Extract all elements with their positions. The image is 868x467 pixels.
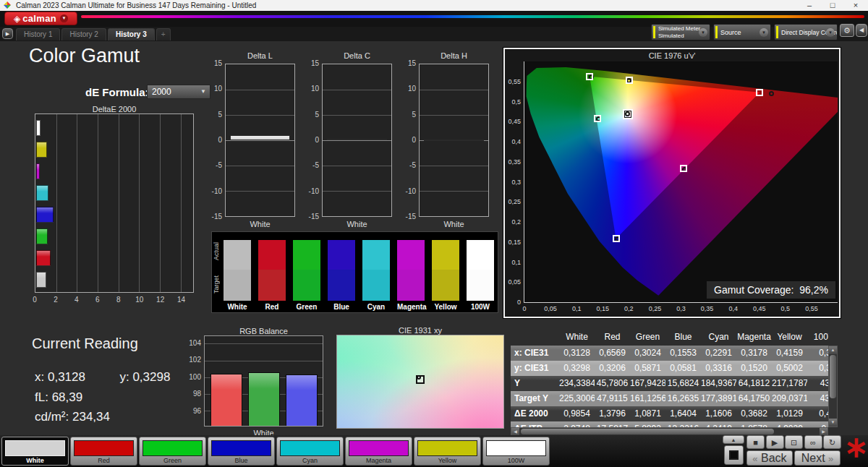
collapse-arrow-icon[interactable]: ◀: [856, 24, 867, 37]
gridline: [420, 115, 488, 116]
bar-red: [36, 250, 51, 266]
maximize-button[interactable]: □: [825, 0, 841, 11]
bar-green: [36, 228, 48, 244]
patch-button-magenta[interactable]: Magenta: [345, 437, 412, 466]
patch-button-green[interactable]: Green: [139, 437, 206, 466]
scroll-down-icon[interactable]: ▼: [829, 419, 837, 427]
horizontal-scroll-thumb[interactable]: [521, 429, 774, 434]
patch-button-white[interactable]: White: [1, 437, 69, 466]
row-label: y: CIE31: [511, 361, 559, 376]
calman-alert-asterisk-icon[interactable]: ∗: [844, 431, 868, 463]
patch-button-cyan[interactable]: Cyan: [276, 437, 344, 466]
table-cell: 0,3206: [595, 361, 630, 376]
measurement-table: WhiteRedGreenBlueCyanMagentaYellow100Wx:…: [511, 329, 838, 436]
patch-label: Magenta: [346, 457, 412, 464]
source-dropdown[interactable]: Source ▼: [713, 24, 771, 40]
y-tick-label: 0,5: [511, 98, 521, 106]
target-row-label: Target: [213, 275, 220, 294]
gear-icon[interactable]: ⚙: [840, 24, 854, 37]
table-cell: 64,1812: [736, 376, 772, 391]
patch-swatch: [74, 440, 134, 456]
patch-button-yellow[interactable]: Yellow: [414, 437, 481, 466]
calman-logo-text: calman: [22, 13, 56, 24]
scroll-up-icon[interactable]: ▲: [829, 346, 837, 354]
table-cell: 13,2216: [665, 421, 701, 427]
table-cell: 1,0871: [630, 406, 665, 421]
back-button[interactable]: « Back: [746, 450, 793, 466]
patch-label: Green: [140, 457, 205, 464]
tab-history-3[interactable]: History 3: [108, 28, 155, 40]
expand-up-icon[interactable]: ▲: [723, 435, 744, 444]
table-row-x-cie31: x: CIE310,31280,65690,30240,15530,22910,…: [511, 346, 828, 361]
rgb-balance-title: RGB Balance: [204, 327, 323, 335]
tab-scroll-button[interactable]: ▶: [2, 28, 13, 39]
patch-label: Blue: [208, 457, 274, 464]
cie1976-plot: Gamut Coverage: 96,2% 000,050,050,10,10,…: [524, 61, 838, 303]
y-tick-label: -5: [300, 161, 319, 169]
minimize-button[interactable]: –: [801, 0, 817, 11]
y-tick-label: 5: [300, 111, 319, 119]
stop-icon[interactable]: ■: [746, 435, 765, 449]
tab-history-1[interactable]: History 1: [16, 28, 60, 40]
actual-swatch: [328, 240, 355, 270]
meter-dropdown[interactable]: Simulated Meter Simulated ▼: [651, 24, 710, 40]
gridline: [226, 166, 294, 166]
y-tick-label: -10: [300, 187, 319, 195]
table-cell: 161,1256: [630, 391, 665, 406]
bar-red: [210, 374, 242, 426]
continuous-icon[interactable]: ∞: [804, 435, 822, 449]
x-tick-label: 8: [113, 296, 124, 304]
y-tick-label: 104: [179, 339, 201, 347]
table-cell: 1,1606: [701, 406, 736, 421]
y-tick-label: -15: [397, 213, 416, 220]
column-header-cyan: Cyan: [701, 329, 736, 346]
patch-label: Cyan: [277, 457, 343, 464]
row-label: Target Y: [511, 391, 559, 406]
loop-icon[interactable]: ↻: [823, 435, 841, 449]
y-tick-label: 102: [179, 356, 201, 364]
de-formula-dropdown[interactable]: 2000 ▼: [147, 85, 210, 99]
x-tick-label: 6: [92, 296, 103, 304]
vertical-scroll-thumb[interactable]: [830, 355, 836, 398]
row-label: ΔE ITP: [511, 421, 559, 427]
tab-history-2[interactable]: History 2: [61, 28, 106, 40]
current-reading-fl: fL: 68,39: [35, 390, 82, 405]
calman-menu-button[interactable]: ◈ calman ▼: [4, 12, 77, 25]
table-cell: 17,5817: [595, 421, 630, 427]
y-tick-label: 0,15: [508, 239, 521, 246]
table-cell: 234,3384: [559, 376, 595, 391]
y-tick-label: 0,05: [508, 278, 521, 286]
source-dropdown-label: Source: [720, 25, 741, 40]
patch-swatch: [417, 440, 477, 456]
x-tick-label: 10: [134, 296, 145, 304]
delta_h-title: Delta H: [419, 51, 489, 60]
patch-button-blue[interactable]: Blue: [208, 437, 275, 466]
gridline: [56, 114, 57, 292]
display-control-dropdown[interactable]: Direct Display Control ▼: [774, 24, 838, 40]
target-point-white: [623, 109, 633, 119]
play-icon[interactable]: ▶: [766, 435, 784, 449]
y-tick-label: 10: [397, 85, 416, 93]
patch-button-100w[interactable]: 100W: [482, 437, 550, 466]
target-swatch: [362, 270, 390, 301]
actual-row-label: Actual: [213, 242, 220, 260]
target-swatch: [328, 270, 355, 301]
actual-target-swatch-panel: ActualTargetWhiteRedGreenBlueCyanMagenta…: [211, 231, 498, 313]
table-row--e-itp: ΔE ITP2,974817,58175,889213,22164,24191,…: [511, 421, 828, 427]
tab-bar: ▶ History 1History 2History 3+ Simulated…: [0, 27, 868, 41]
cie1976-title: CIE 1976 u'v': [505, 51, 839, 60]
delta_l-bar-white: [230, 135, 290, 140]
main-content: Color Gamut dE Formula: 2000 ▼ DeltaE 20…: [0, 41, 868, 435]
table-vertical-scrollbar[interactable]: ▲ ▼: [828, 346, 838, 427]
patch-button-red[interactable]: Red: [70, 437, 137, 466]
single-measure-icon[interactable]: ⊡: [785, 435, 803, 449]
swatch-label: Magenta: [397, 303, 425, 311]
stop-measure-button[interactable]: [724, 445, 744, 465]
patch-swatch: [349, 440, 409, 456]
swatch-label: 100W: [467, 303, 494, 311]
cie1931-title: CIE 1931 xy: [336, 326, 504, 335]
tab--[interactable]: +: [156, 28, 171, 40]
close-button[interactable]: ×: [848, 0, 864, 11]
next-button[interactable]: Next »: [794, 450, 841, 466]
tab-list: History 1History 2History 3+: [16, 28, 171, 40]
